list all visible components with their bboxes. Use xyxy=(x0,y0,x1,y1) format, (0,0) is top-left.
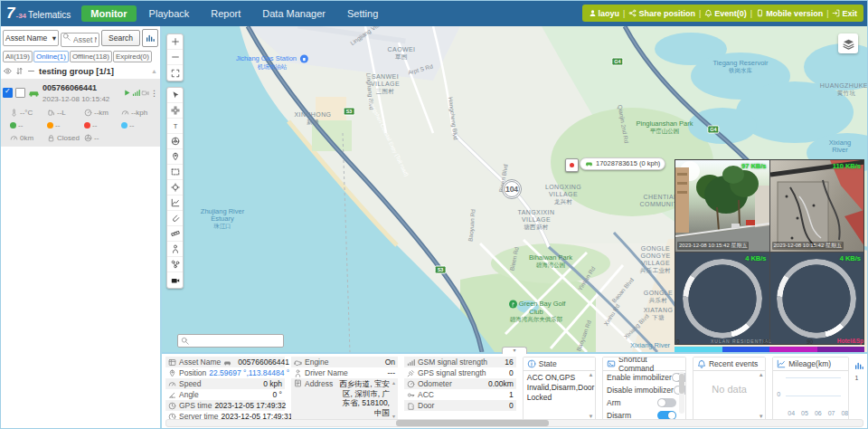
vehicle-marker[interactable] xyxy=(565,158,579,172)
search-field-select[interactable]: Asset Name▾ xyxy=(3,30,59,46)
events-scrollbar[interactable]: ▲▼ xyxy=(758,372,764,419)
tab-online-1-[interactable]: Online(1) xyxy=(33,51,69,62)
sort-icon[interactable] xyxy=(15,67,24,76)
statistics-button[interactable] xyxy=(142,29,158,47)
info-row-speed: Speed0 kph xyxy=(165,378,285,389)
tab-expired-0-[interactable]: Expired(0) xyxy=(113,51,152,62)
recent-events-widget: Recent events No data ▲▼ xyxy=(693,357,766,422)
device-row[interactable]: 005766066441 2023-12-08 10:15:42 ⋮ xyxy=(1,79,160,107)
field-label: Door xyxy=(418,401,434,410)
vehicle-marker-label[interactable]: 17028783615 (0 kph) xyxy=(580,157,665,170)
field-value: 0 xyxy=(509,368,514,377)
map-tool-linechart[interactable] xyxy=(167,195,183,211)
map-tool-minus[interactable] xyxy=(167,50,183,65)
device-stat-steering: -- xyxy=(84,134,121,142)
map-tool-shrink[interactable] xyxy=(167,103,183,119)
events-empty-text: No data xyxy=(693,384,765,395)
toggle-arm[interactable] xyxy=(657,398,676,407)
fisheye-lens-ring xyxy=(683,259,762,338)
bitrate-overlay: 110 KB/s xyxy=(833,162,861,170)
camera-channel-1[interactable]: 97 KB/s2023-12-08 10:15:42 星期五 xyxy=(675,160,769,252)
command-row-enable-immobilizer: Enable immobilizer xyxy=(603,371,685,384)
menu-report[interactable]: Report xyxy=(202,5,250,22)
more-options-icon[interactable]: ⋮ xyxy=(150,89,158,98)
mileage-title: Mileage(km) xyxy=(788,359,831,368)
tab-all-119-[interactable]: All(119) xyxy=(3,51,33,62)
search-icon xyxy=(181,337,189,346)
field-value: 2023-12-05 17:49:32 xyxy=(214,401,286,410)
mileage-x-tick: 06 xyxy=(815,410,822,416)
map-tool-crosshair[interactable] xyxy=(167,180,183,195)
menu-setting[interactable]: Setting xyxy=(338,5,387,22)
user-chip[interactable]: laoyu xyxy=(589,9,620,18)
user-action-mobile-version[interactable]: Mobile version xyxy=(756,9,823,18)
map-canvas[interactable]: Jichang Gas Station 机场加油站Lingjiang ViadC… xyxy=(162,26,867,352)
info-row-position: Position22.59697 °,113.84484 ° xyxy=(165,367,285,378)
device-checkbox[interactable] xyxy=(3,88,13,98)
map-tool-wheel[interactable] xyxy=(167,134,183,149)
device-secondary-checkbox[interactable] xyxy=(15,88,25,98)
map-tool-ruler[interactable] xyxy=(167,226,183,242)
divider: | xyxy=(750,9,752,18)
map-tool-cursor[interactable] xyxy=(167,88,183,103)
acc-icon xyxy=(407,391,415,399)
field-label: Engine xyxy=(305,358,328,367)
device-id: 005766066441 xyxy=(42,83,97,92)
layers-button[interactable] xyxy=(838,33,858,53)
brand-logo: 7 -34 Telematics xyxy=(1,5,80,23)
chart-icon xyxy=(777,359,786,369)
field-value[interactable]: 22.59697 °,113.84484 ° xyxy=(209,368,289,377)
map-tool-cluster[interactable] xyxy=(167,257,183,272)
shortcut-command-widget: Shortcut Command Enable immobilizerDisab… xyxy=(602,357,686,422)
map-scale-legend: XULAN RESIDENTIAL Hotel&Sp 08090 xyxy=(675,345,864,352)
horizontal-scroll-thumb[interactable] xyxy=(396,420,549,426)
map-tool-video-icon[interactable] xyxy=(167,272,183,288)
mileage-chart-body: 0 0405060708 xyxy=(777,371,843,418)
road-badge-g4: G4 xyxy=(707,126,719,134)
menu-monitor[interactable]: Monitor xyxy=(81,5,136,22)
device-text: 005766066441 2023-12-08 10:15:42 xyxy=(42,81,109,104)
camera-channel-3[interactable]: 4 KB/s xyxy=(675,253,769,344)
tab-offline-118-[interactable]: Offline(118) xyxy=(70,51,112,62)
info-row-gps-signal-strength: GPS signal strength0 xyxy=(404,367,516,378)
map-tool-fullscreen[interactable] xyxy=(167,65,183,81)
panel-collapse-handle[interactable]: ▾ xyxy=(502,347,527,354)
search-button[interactable]: Search xyxy=(101,30,140,46)
address-scroll-arrows[interactable]: ▴▾ xyxy=(392,379,395,419)
map-tool-pin[interactable] xyxy=(167,149,183,165)
camera-icon[interactable] xyxy=(141,89,149,98)
field-label: Asset Name xyxy=(179,358,221,367)
scroll-up-icon[interactable]: ▲ xyxy=(151,68,157,74)
camera-channel-2[interactable]: 110 KB/s2023-12-08 10:15:42 星期五 xyxy=(770,160,864,252)
user-action-event-0-[interactable]: Event(0) xyxy=(704,9,747,18)
top-nav: 7 -34 Telematics MonitorPlaybackReportDa… xyxy=(1,1,867,26)
app-window: 7 -34 Telematics MonitorPlaybackReportDa… xyxy=(0,0,868,429)
menu-playback[interactable]: Playback xyxy=(140,5,199,22)
angle-icon xyxy=(168,391,176,399)
search-field-value: Asset Name xyxy=(5,33,47,43)
field-value: 005766066441 xyxy=(238,358,289,367)
state-scrollbar[interactable]: ▲▼ xyxy=(588,372,594,419)
device-stat-dot-red: -- xyxy=(84,121,121,129)
map-tool-select[interactable] xyxy=(167,165,183,180)
user-action-exit[interactable]: Exit xyxy=(832,9,857,18)
map-tool-clip[interactable] xyxy=(167,211,183,226)
user-action-share-position[interactable]: Share position xyxy=(628,9,695,18)
map-tool-text[interactable]: T xyxy=(167,119,183,134)
menu-data-manager[interactable]: Data Manager xyxy=(253,5,335,22)
field-value: On xyxy=(385,358,395,367)
collapse-minus-icon[interactable] xyxy=(27,67,35,76)
shortcut-scroll-thumb[interactable] xyxy=(679,374,684,394)
camera-feed-image xyxy=(770,253,864,344)
camera-channel-4[interactable]: 4 KB/s xyxy=(770,253,864,344)
road-badge-s3: S3 xyxy=(344,108,355,116)
toggle-list: Enable immobilizerDisable immobilizerArm… xyxy=(603,371,685,422)
dot-green-icon xyxy=(10,122,16,129)
map-tool-person[interactable] xyxy=(167,242,183,257)
field-value: --- xyxy=(388,368,396,377)
legend-tick: 90 xyxy=(807,338,813,345)
map-tool-plus[interactable] xyxy=(167,34,183,50)
state-text: ACC ON,GPS Invalid,Disarm,Door Locked xyxy=(524,371,595,405)
map-search-box[interactable] xyxy=(177,334,284,348)
eye-icon[interactable] xyxy=(4,67,12,76)
